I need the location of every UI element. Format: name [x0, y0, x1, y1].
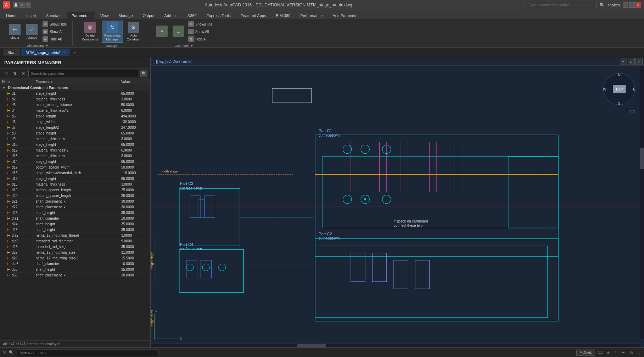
table-row[interactable]: ⊢dia6 shaft_diameter 10.0000 — [0, 261, 150, 267]
scrollbar-thumb-v[interactable] — [640, 148, 644, 169]
command-input[interactable] — [17, 349, 158, 356]
table-row[interactable]: ⊢d12 material_thickness*2 6.0000 — [0, 148, 150, 153]
table-row[interactable]: ⊢d27 nema_17_mounting_size 31.0000 — [0, 250, 150, 256]
tab-a360[interactable]: A360 — [183, 12, 201, 19]
tab-annotate[interactable]: Annotate — [41, 12, 66, 19]
delete-constraints-btn[interactable]: 🗑 DeleteConstraints — [80, 21, 100, 42]
filter-btn[interactable]: ▽ — [3, 70, 10, 77]
table-row[interactable]: ⊢d23 shaft_height 35.0000 — [0, 210, 150, 216]
geo-hide-all-btn[interactable]: ⊖Hide All — [187, 35, 214, 43]
table-row[interactable]: ⊢d55 shaft_height 35.0000 — [0, 267, 150, 273]
search-icon-btn[interactable]: 🔍 — [140, 70, 147, 77]
table-row[interactable]: ⊢d24 shaft_height 35.0000 — [0, 221, 150, 227]
grid-btn[interactable]: # — [614, 351, 618, 355]
vp-close-btn[interactable]: ✕ — [635, 58, 643, 65]
window-maximize-btn[interactable]: □ — [629, 2, 635, 8]
tab-parametric[interactable]: Parametric — [67, 12, 95, 19]
table-row[interactable]: ⊢d3 motor_mount_distance 50.0000 — [0, 102, 150, 108]
row-icon: ⊢ — [7, 205, 10, 209]
tab-featuredapps[interactable]: Featured Apps — [236, 12, 271, 19]
table-row[interactable]: ⊢d9 material_thickness 3.0000 — [0, 136, 150, 142]
snap-btn[interactable]: ⊕ — [606, 351, 611, 355]
table-row[interactable]: ⊢d15 material_thickness 3.0000 — [0, 182, 150, 187]
parameters-manager-btn[interactable]: fx ParametersManager — [102, 21, 123, 43]
tab-home[interactable]: Home — [1, 12, 21, 19]
table-row[interactable]: ⊢d5 stage_length 494.0000 — [0, 114, 150, 119]
geo-show-all-btn[interactable]: ⊕Show All — [187, 28, 214, 35]
show-all-btn[interactable]: ⊕Show All — [41, 28, 68, 35]
tab-autoparameter[interactable]: AutoParameter — [328, 12, 363, 19]
svg-text:height stage: height stage — [151, 252, 154, 269]
table-row[interactable]: ⊢dia3 threaded_rod_diameter 9.0000 — [0, 238, 150, 244]
viewport-scrollbar-horizontal[interactable] — [151, 343, 640, 347]
table-row[interactable]: ⊢d2 material_thickness 3.0000 — [0, 97, 150, 102]
table-row[interactable]: ⊢d28 nema_17_mounting_size/2 15.5000 — [0, 256, 150, 261]
table-row[interactable]: ⊢d6 stage_width 130.0000 — [0, 119, 150, 125]
sort-btn[interactable]: ⇅ — [11, 70, 18, 77]
geo-show-hide-btn[interactable]: 👁Show/Hide — [187, 21, 214, 28]
geo-btn-1[interactable]: // — [154, 25, 170, 38]
table-row[interactable]: ⊢dia1 shaft_diameter 10.0000 — [0, 216, 150, 221]
expand-icon[interactable]: ▼ — [2, 86, 6, 90]
doc-tab-add-btn[interactable]: + — [71, 50, 79, 55]
tab-view[interactable]: View — [96, 12, 113, 19]
tab-manage[interactable]: Manage — [114, 12, 138, 19]
tab-expresstools[interactable]: Express Tools — [202, 12, 235, 19]
table-row[interactable]: ⊢d20 bottom_spacer_length 25.0000 — [0, 193, 150, 199]
table-row[interactable]: ⊢d26 threaded_rod_height 35.0000 — [0, 244, 150, 250]
table-row[interactable]: ⊢dia2 nema_17_mounting_thread 3.0000 — [0, 233, 150, 238]
parameters-table[interactable]: Name Expression Value ▼ Dimensional Cons… — [0, 79, 150, 340]
app-icon: A — [3, 1, 10, 9]
table-row[interactable]: ⊢d25 shaft_height 35.0000 — [0, 227, 150, 233]
table-row[interactable]: ⊢d14 stage_height 65.0000 — [0, 159, 150, 165]
table-row[interactable]: ⊢d7 stage_length/2 247.0000 — [0, 125, 150, 131]
search-btn[interactable]: 🔍 — [599, 2, 605, 7]
aligned-button[interactable]: ⤢ Aligned — [24, 23, 40, 40]
show-hide-btn[interactable]: 👁Show/Hide — [41, 21, 68, 28]
quick-access-btn[interactable]: 💾 — [13, 2, 18, 8]
top-view-btn[interactable]: TOP — [613, 85, 626, 93]
linear-button[interactable]: ⊢ Linear — [7, 23, 23, 40]
table-row[interactable]: ⊢d18 stage_height 65.0000 — [0, 176, 150, 182]
table-row[interactable]: ⊢d8 stage_height 65.0000 — [0, 131, 150, 136]
tab-bim360[interactable]: BIM 360 — [271, 12, 295, 19]
cad-viewport[interactable]: [-][Top][2D Wireframe] − □ ✕ — [151, 57, 644, 347]
viewport-scrollbar-vertical[interactable] — [640, 66, 644, 339]
vp-restore-btn[interactable]: □ — [628, 58, 635, 65]
undo-btn[interactable]: ↩ — [19, 2, 25, 8]
command-search-btn[interactable]: 🔍 — [9, 350, 14, 355]
window-close-btn[interactable]: ✕ — [635, 2, 641, 8]
table-row[interactable]: ⊢d22 shaft_placement_x 30.0000 — [0, 204, 150, 210]
scrollbar-thumb-h[interactable] — [297, 344, 326, 347]
geo-btn-2[interactable]: ⊥ — [170, 25, 186, 38]
tab-addins[interactable]: Add-ins — [160, 12, 182, 19]
auto-constrain-btn[interactable]: ⚙ AutoConstrain — [124, 21, 142, 42]
table-row[interactable]: ⊢d1 stage_height 65.0000 — [0, 91, 150, 97]
tab-insert[interactable]: Insert — [22, 12, 41, 19]
table-row[interactable]: ⊢d13 material_thickness 3.0000 — [0, 153, 150, 159]
osnap-btn[interactable]: □ — [637, 351, 641, 355]
clear-command-btn[interactable]: ✕ — [3, 350, 6, 355]
doc-tab-close-btn[interactable]: ✕ — [63, 51, 66, 54]
tab-performance[interactable]: Performance — [296, 12, 327, 19]
table-row[interactable]: ⊢d4 material_thickness*2 6.0000 — [0, 108, 150, 114]
ortho-btn[interactable]: ⊢ — [621, 351, 626, 355]
redo-btn[interactable]: ↪ — [26, 2, 31, 8]
quick-search-input[interactable] — [526, 2, 597, 8]
table-row[interactable]: ⊢d16 stage_width-4*material_thick... 118… — [0, 170, 150, 176]
table-row[interactable]: ⊢d21 shaft_placement_x 30.0000 — [0, 199, 150, 204]
hide-all-btn[interactable]: ⊖Hide All — [41, 35, 68, 43]
table-row[interactable]: ⊢d17 bottom_spacer_width 50.0000 — [0, 165, 150, 170]
doc-tab-start[interactable]: Start — [3, 49, 20, 56]
doc-tab-drawing[interactable]: MTM_stage_metric* ✕ — [21, 49, 70, 56]
vp-minimize-btn[interactable]: − — [620, 58, 627, 65]
window-minimize-btn[interactable]: − — [623, 2, 628, 8]
delete-param-btn[interactable]: ✕ — [20, 70, 27, 77]
table-row[interactable]: ⊢d19 bottom_spacer_length 25.0000 — [0, 187, 150, 193]
table-row[interactable]: ⊢d56 shaft_placement_x 30.0000 — [0, 273, 150, 278]
polar-btn[interactable]: ◎ — [629, 351, 634, 355]
table-row[interactable]: ⊢d10 stage_height 65.0000 — [0, 142, 150, 148]
row-icon: ⊢ — [7, 97, 10, 101]
tab-output[interactable]: Output — [138, 12, 159, 19]
search-input[interactable] — [28, 70, 139, 77]
